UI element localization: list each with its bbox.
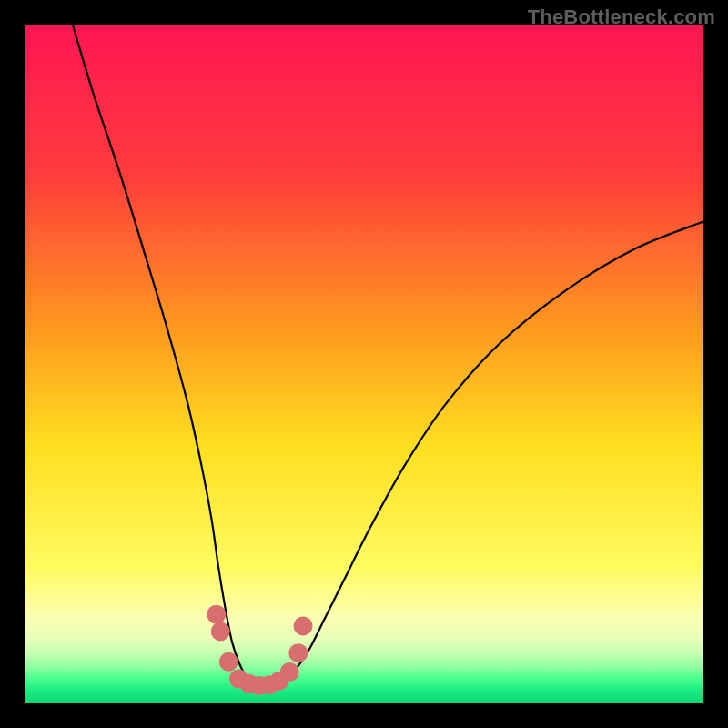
highlight-dot (219, 652, 238, 672)
highlight-dot (207, 605, 226, 624)
plot-area (25, 25, 703, 703)
chart-svg (25, 25, 703, 703)
highlight-dot (288, 643, 308, 662)
gradient-background (25, 25, 703, 703)
highlight-dot (211, 622, 230, 641)
highlight-dot (294, 616, 313, 635)
chart-frame: TheBottleneck.com (0, 0, 728, 728)
highlight-dot (280, 662, 299, 682)
watermark-text: TheBottleneck.com (528, 5, 715, 29)
